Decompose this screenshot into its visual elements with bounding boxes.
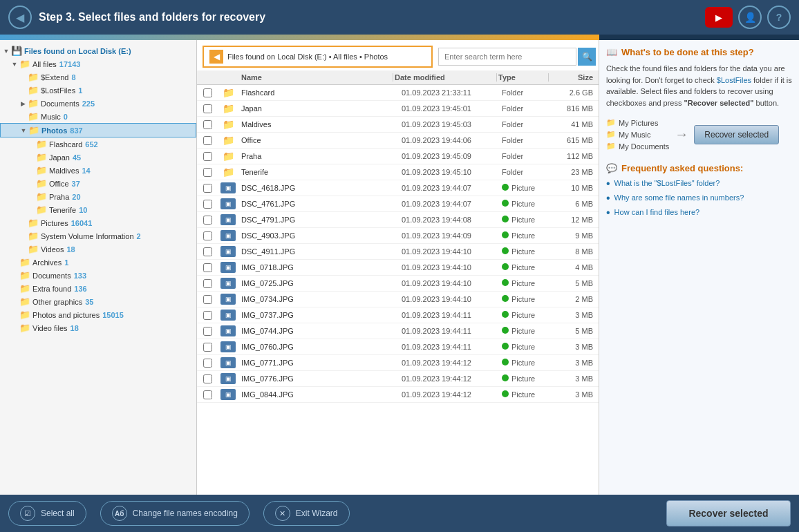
checkbox-input[interactable] bbox=[203, 88, 212, 97]
recover-selected-button[interactable]: Recover selected bbox=[666, 500, 791, 526]
checkbox-input[interactable] bbox=[203, 168, 212, 177]
encoding-icon: Aб bbox=[112, 506, 127, 521]
tree-item-photospictures[interactable]: 📁 Photos and pictures 15015 bbox=[0, 308, 196, 321]
file-date: 01.09.2023 19:45:10 bbox=[402, 168, 502, 176]
tree-item-flashcard[interactable]: 📁 Flashcard 652 bbox=[0, 137, 196, 151]
file-checkbox[interactable] bbox=[197, 279, 218, 288]
file-type: Picture bbox=[502, 359, 550, 367]
tree-item-othergraphics[interactable]: 📁 Other graphics 35 bbox=[0, 295, 196, 308]
checkbox-input[interactable] bbox=[203, 152, 212, 161]
tree-item-pictures[interactable]: 📁 Pictures 16041 bbox=[0, 216, 196, 229]
checkbox-input[interactable] bbox=[203, 343, 212, 352]
file-date: 01.09.2023 19:45:03 bbox=[402, 120, 502, 129]
user-button[interactable]: 👤 bbox=[738, 6, 762, 29]
checkbox-input[interactable] bbox=[203, 359, 212, 368]
tree-item-sysvolinfo[interactable]: 📁 System Volume Information 2 bbox=[0, 229, 196, 243]
search-button[interactable]: 🔍 bbox=[578, 48, 596, 66]
tree-item-videos[interactable]: 📁 Videos 18 bbox=[0, 243, 196, 256]
faq-link-1[interactable]: What is the "$LostFiles" folder? bbox=[614, 179, 720, 187]
tree-item-documents[interactable]: ▶ 📁 Documents 225 bbox=[0, 97, 196, 110]
tree-item-videofiles[interactable]: 📁 Video files 18 bbox=[0, 321, 196, 334]
file-type: Picture bbox=[502, 343, 550, 351]
faq-link-3[interactable]: How can I find files here? bbox=[614, 208, 700, 216]
image-icon: ▣ bbox=[220, 214, 236, 225]
encoding-button[interactable]: Aб Change file names encoding bbox=[100, 501, 250, 526]
file-checkbox[interactable] bbox=[197, 311, 218, 320]
expand-icon bbox=[11, 312, 18, 319]
checkbox-input[interactable] bbox=[203, 247, 212, 256]
file-size: 41 MB bbox=[550, 120, 599, 129]
status-dot bbox=[502, 327, 509, 334]
file-checkbox[interactable] bbox=[197, 152, 218, 161]
file-checkbox[interactable] bbox=[197, 390, 218, 399]
file-size: 3 MB bbox=[550, 374, 599, 383]
file-checkbox[interactable] bbox=[197, 231, 218, 240]
tree-root[interactable]: ▼ 💾 Files found on Local Disk (E:) bbox=[0, 44, 196, 57]
file-checkbox[interactable] bbox=[197, 120, 218, 129]
breadcrumb-back-button[interactable]: ◀ bbox=[209, 50, 223, 64]
book-icon: 📖 bbox=[606, 47, 617, 57]
exit-button[interactable]: ✕ Exit Wizard bbox=[263, 501, 350, 526]
file-checkbox[interactable] bbox=[197, 168, 218, 177]
checkbox-input[interactable] bbox=[203, 263, 212, 272]
checkbox-input[interactable] bbox=[203, 184, 212, 193]
search-input[interactable] bbox=[438, 48, 576, 66]
checkbox-input[interactable] bbox=[203, 295, 212, 304]
folder-icon: 📁 bbox=[28, 85, 39, 95]
status-dot bbox=[502, 374, 509, 381]
checkbox-input[interactable] bbox=[203, 311, 212, 320]
file-checkbox[interactable] bbox=[197, 184, 218, 193]
help-button[interactable]: ? bbox=[767, 6, 791, 29]
select-all-button[interactable]: ☑ Select all bbox=[8, 501, 86, 526]
file-name: DSC_4618.JPG bbox=[238, 184, 402, 192]
status-dot bbox=[502, 359, 509, 365]
expand-icon bbox=[11, 285, 18, 292]
youtube-button[interactable]: ▶ bbox=[705, 7, 733, 28]
back-button[interactable]: ◀ bbox=[8, 6, 32, 29]
tree-item-tenerife[interactable]: 📁 Tenerife 10 bbox=[0, 203, 196, 216]
tree-item-office[interactable]: 📁 Office 37 bbox=[0, 177, 196, 190]
tree-item-maldives[interactable]: 📁 Maldives 14 bbox=[0, 164, 196, 177]
file-checkbox[interactable] bbox=[197, 216, 218, 225]
lostfiles-link[interactable]: $LostFiles bbox=[717, 76, 751, 84]
checkbox-input[interactable] bbox=[203, 390, 212, 399]
faq-link-2[interactable]: Why are some file names in numbers? bbox=[614, 193, 744, 202]
file-date: 01.09.2023 19:44:10 bbox=[402, 247, 502, 256]
checkbox-input[interactable] bbox=[203, 104, 212, 113]
checkbox-input[interactable] bbox=[203, 279, 212, 288]
tree-item-lostfiles[interactable]: 📁 $LostFiles 1 bbox=[0, 84, 196, 97]
file-checkbox[interactable] bbox=[197, 295, 218, 304]
file-checkbox[interactable] bbox=[197, 200, 218, 209]
file-checkbox[interactable] bbox=[197, 327, 218, 336]
file-checkbox[interactable] bbox=[197, 343, 218, 352]
checkbox-input[interactable] bbox=[203, 120, 212, 129]
tree-item-japan[interactable]: 📁 Japan 45 bbox=[0, 151, 196, 164]
tree-item-photos[interactable]: ▼ 📁 Photos 837 bbox=[0, 123, 196, 137]
checkbox-input[interactable] bbox=[203, 216, 212, 225]
recover-selected-small-button[interactable]: Recover selected bbox=[694, 125, 779, 144]
checkbox-input[interactable] bbox=[203, 327, 212, 336]
checkbox-input[interactable] bbox=[203, 374, 212, 383]
tree-item-documents-top[interactable]: 📁 Documents 133 bbox=[0, 269, 196, 282]
file-checkbox[interactable] bbox=[197, 88, 218, 97]
tree-item-music[interactable]: 📁 Music 0 bbox=[0, 110, 196, 123]
tree-item-archives[interactable]: 📁 Archives 1 bbox=[0, 256, 196, 269]
checkbox-input[interactable] bbox=[203, 231, 212, 240]
file-type: Picture bbox=[502, 390, 550, 399]
file-checkbox[interactable] bbox=[197, 374, 218, 383]
checkbox-input[interactable] bbox=[203, 200, 212, 209]
file-checkbox[interactable] bbox=[197, 359, 218, 368]
table-row: ▣ IMG_0771.JPG 01.09.2023 19:44:12 Pictu… bbox=[197, 355, 599, 371]
checkbox-input[interactable] bbox=[203, 136, 212, 145]
tree-item-extrafound[interactable]: 📁 Extra found 136 bbox=[0, 282, 196, 295]
tree-item-extend[interactable]: 📁 $Extend 8 bbox=[0, 70, 196, 84]
file-checkbox[interactable] bbox=[197, 247, 218, 256]
file-checkbox[interactable] bbox=[197, 263, 218, 272]
file-type: Picture bbox=[502, 279, 550, 287]
tree-item-all-files[interactable]: ▼ 📁 All files 17143 bbox=[0, 57, 196, 70]
file-size: 10 MB bbox=[550, 184, 599, 192]
tree-item-praha[interactable]: 📁 Praha 20 bbox=[0, 190, 196, 203]
file-checkbox[interactable] bbox=[197, 136, 218, 145]
file-checkbox[interactable] bbox=[197, 104, 218, 113]
file-type: Folder bbox=[502, 88, 550, 97]
